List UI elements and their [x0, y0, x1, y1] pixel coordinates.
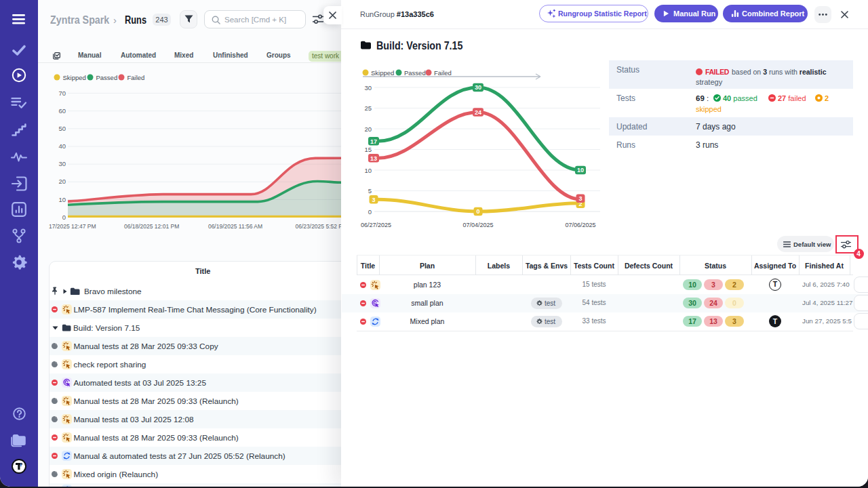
svg-text:Failed: Failed — [434, 69, 452, 77]
svg-text:5: 5 — [368, 187, 372, 195]
svg-text:06/19/2025 11:56 AM: 06/19/2025 11:56 AM — [208, 223, 262, 230]
svg-text:Skipped: Skipped — [371, 69, 394, 77]
svg-text:06/27/2025: 06/27/2025 — [361, 222, 391, 228]
svg-text:0: 0 — [368, 208, 372, 216]
svg-text:3: 3 — [578, 195, 582, 202]
svg-text:60: 60 — [58, 107, 66, 115]
svg-text:10: 10 — [577, 167, 584, 174]
svg-text:40: 40 — [58, 142, 66, 150]
svg-text:15: 15 — [364, 146, 372, 153]
svg-text:06/18/2025 12:01 PM: 06/18/2025 12:01 PM — [124, 223, 179, 230]
svg-text:30: 30 — [58, 160, 66, 167]
svg-text:Passed: Passed — [96, 74, 118, 81]
svg-text:10: 10 — [364, 167, 372, 174]
svg-text:07/04/2025: 07/04/2025 — [462, 222, 493, 228]
svg-text:17: 17 — [370, 138, 377, 145]
svg-text:0: 0 — [476, 208, 479, 215]
svg-text:13: 13 — [370, 155, 377, 162]
svg-text:10: 10 — [58, 196, 66, 203]
svg-text:Failed: Failed — [127, 74, 145, 81]
svg-text:3: 3 — [372, 197, 375, 203]
svg-text:70: 70 — [58, 89, 66, 97]
svg-text:Passed: Passed — [404, 69, 426, 77]
svg-text:0: 0 — [62, 214, 66, 221]
svg-text:30: 30 — [475, 84, 481, 91]
svg-text:50: 50 — [58, 125, 66, 132]
svg-text:07/06/2025: 07/06/2025 — [565, 222, 595, 228]
svg-text:17/2025 12:47 PM: 17/2025 12:47 PM — [49, 223, 96, 230]
svg-text:24: 24 — [475, 109, 481, 116]
svg-text:Skipped: Skipped — [63, 74, 86, 81]
svg-text:30: 30 — [364, 84, 372, 92]
svg-text:06/23/2025 5:52 P: 06/23/2025 5:52 P — [296, 223, 343, 230]
svg-text:20: 20 — [364, 125, 372, 133]
svg-text:25: 25 — [364, 104, 372, 112]
svg-text:20: 20 — [58, 178, 66, 185]
